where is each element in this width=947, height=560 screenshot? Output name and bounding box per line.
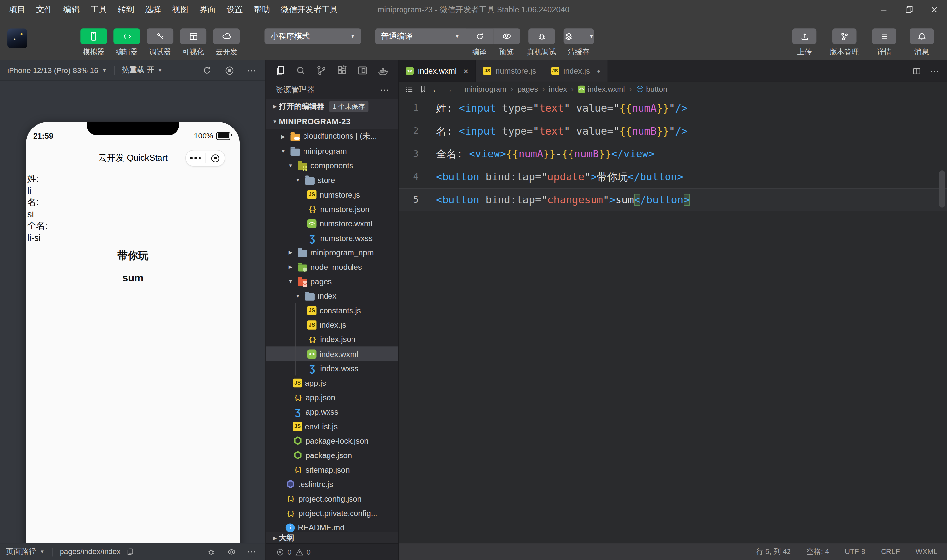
problems-bar[interactable]: 0 0: [266, 544, 398, 560]
status-item[interactable]: WXML: [915, 548, 937, 556]
compile-mode-dropdown[interactable]: 普通编译 ▼: [375, 28, 466, 44]
menu-item[interactable]: 选择: [139, 0, 167, 19]
menu-item[interactable]: 工具: [85, 0, 112, 19]
extensions-icon[interactable]: [336, 65, 348, 77]
tree-item-numstore.json[interactable]: {..}numstore.json: [266, 202, 398, 216]
tree-item-index[interactable]: ▼index: [266, 289, 398, 303]
layout-icon[interactable]: [356, 65, 369, 77]
tree-item-index.wxss[interactable]: Ʒindex.wxss: [266, 361, 398, 375]
status-item[interactable]: UTF-8: [845, 548, 865, 556]
tree-item-project.config.json[interactable]: {..}project.config.json: [266, 491, 398, 506]
update-button[interactable]: 带你玩: [26, 249, 240, 263]
breadcrumb-item[interactable]: button: [636, 85, 667, 93]
more-icon[interactable]: ⋯: [380, 85, 389, 95]
tree-item-miniprogram-npm[interactable]: ▶miniprogram_npm: [266, 245, 398, 260]
编辑器-button[interactable]: [114, 28, 140, 44]
tree-item-index.json[interactable]: {..}index.json: [266, 332, 398, 346]
status-item[interactable]: CRLF: [881, 548, 900, 556]
云开发-button[interactable]: [213, 28, 240, 44]
tree-item-package.json[interactable]: package.json: [266, 448, 398, 462]
eye-icon[interactable]: [226, 546, 237, 557]
消息-button[interactable]: [910, 28, 933, 44]
menu-item[interactable]: 帮助: [248, 0, 276, 19]
tree-item-app.json[interactable]: {..}app.json: [266, 390, 398, 405]
tree-item-node-modules[interactable]: ▶node_modules: [266, 260, 398, 274]
tree-item-README.md[interactable]: iREADME.md: [266, 520, 398, 532]
版本管理-button[interactable]: [832, 28, 856, 44]
device-selector[interactable]: iPhone 12/13 (Pro) 83% 16: [7, 66, 98, 75]
copy-icon[interactable]: [125, 548, 134, 556]
tree-item-envList.js[interactable]: JSenvList.js: [266, 419, 398, 434]
可视化-button[interactable]: [180, 28, 206, 44]
tab-numstore.js[interactable]: JSnumstore.js: [476, 60, 544, 82]
split-editor-icon[interactable]: [912, 66, 921, 75]
menu-item[interactable]: 转到: [112, 0, 140, 19]
restore-button[interactable]: [896, 0, 922, 19]
tree-item-app.js[interactable]: JSapp.js: [266, 375, 398, 390]
tree-item-miniprogram[interactable]: ▼miniprogram: [266, 144, 398, 158]
tree-item-components[interactable]: ▼components: [266, 158, 398, 172]
上传-button[interactable]: [793, 28, 816, 44]
home-button[interactable]: [205, 154, 225, 162]
menu-item[interactable]: 微信开发者工具: [276, 0, 343, 19]
list-icon[interactable]: [405, 84, 414, 94]
scrollbar-thumb[interactable]: [939, 170, 945, 208]
debug-icon[interactable]: [206, 547, 216, 556]
code-line-5[interactable]: 5<button bind:tap="changesum">sum</butto…: [399, 188, 947, 211]
tree-item-numstore.wxml[interactable]: <>numstore.wxml: [266, 216, 398, 231]
menu-item[interactable]: 界面: [194, 0, 221, 19]
真机调试-button[interactable]: [528, 28, 555, 44]
menu-item[interactable]: 文件: [31, 0, 58, 19]
tree-item-constants.js[interactable]: JSconstants.js: [266, 303, 398, 317]
清缓存-button[interactable]: ▼: [564, 28, 594, 44]
tree-item-pages[interactable]: ▼<>pages: [266, 274, 398, 289]
编译-button[interactable]: [466, 28, 493, 44]
tree-item-numstore.wxss[interactable]: Ʒnumstore.wxss: [266, 231, 398, 245]
tree-item-cloudfunctions-...[interactable]: ▶cloudfunctions | (未...: [266, 129, 398, 144]
close-tab-icon[interactable]: ×: [463, 66, 468, 75]
close-button[interactable]: [922, 0, 947, 19]
outline-section[interactable]: ▶ 大纲: [266, 532, 398, 544]
docker-icon[interactable]: [377, 65, 390, 77]
more-menu-button[interactable]: [186, 157, 205, 159]
menu-item[interactable]: 视图: [167, 0, 194, 19]
mode-dropdown[interactable]: 小程序模式 ▼: [264, 28, 361, 44]
code-line-4[interactable]: 4<button bind:tap="update">带你玩</button>: [399, 165, 947, 188]
tree-item-store[interactable]: ▼store: [266, 172, 398, 187]
menu-item[interactable]: 设置: [221, 0, 248, 19]
project-root-section[interactable]: ▼ MINIPROGRAM-23: [266, 114, 398, 129]
预览-button[interactable]: [493, 28, 520, 44]
code-line-2[interactable]: 2名: <input type="text" value="{{numB}}"/…: [399, 120, 947, 143]
menu-item[interactable]: 项目: [4, 0, 31, 19]
status-item[interactable]: 行 5, 列 42: [756, 546, 791, 557]
explorer-icon[interactable]: [274, 65, 286, 77]
code-editor[interactable]: 1姓: <input type="text" value="{{numA}}"/…: [399, 97, 947, 543]
tab-index.js[interactable]: JSindex.js●: [544, 60, 608, 82]
minimize-button[interactable]: [871, 0, 896, 19]
user-avatar[interactable]: [7, 28, 27, 48]
breadcrumb-item[interactable]: index: [549, 85, 567, 93]
tree-item-app.wxss[interactable]: Ʒapp.wxss: [266, 405, 398, 419]
tree-item-numstore.js[interactable]: JSnumstore.js: [266, 187, 398, 202]
back-icon[interactable]: ←: [432, 84, 440, 94]
more-icon[interactable]: ⋯: [930, 65, 940, 76]
menu-item[interactable]: 编辑: [58, 0, 85, 19]
调试器-button[interactable]: [147, 28, 173, 44]
rotate-icon[interactable]: [202, 65, 212, 75]
git-icon[interactable]: [315, 65, 328, 77]
code-line-1[interactable]: 1姓: <input type="text" value="{{numA}}"/…: [399, 97, 947, 120]
tree-item-.eslintrc.js[interactable]: .eslintrc.js: [266, 477, 398, 491]
more-icon[interactable]: ⋯: [247, 65, 257, 75]
search-icon[interactable]: [295, 65, 307, 77]
详情-button[interactable]: [872, 28, 896, 44]
bookmark-icon[interactable]: [419, 85, 428, 94]
sum-button[interactable]: sum: [26, 272, 240, 284]
open-editors-section[interactable]: ▶ 打开的编辑器 1 个未保存: [266, 99, 398, 114]
hot-reload-toggle[interactable]: 热重载 开: [122, 65, 154, 75]
breadcrumb-item[interactable]: miniprogram: [464, 85, 507, 93]
tab-index.wxml[interactable]: <>index.wxml×: [399, 60, 476, 82]
tree-item-project.private.config...[interactable]: {..}project.private.config...: [266, 506, 398, 520]
tree-item-sitemap.json[interactable]: {..}sitemap.json: [266, 462, 398, 477]
模拟器-button[interactable]: [80, 28, 107, 44]
page-path-dropdown[interactable]: 页面路径: [6, 546, 36, 557]
